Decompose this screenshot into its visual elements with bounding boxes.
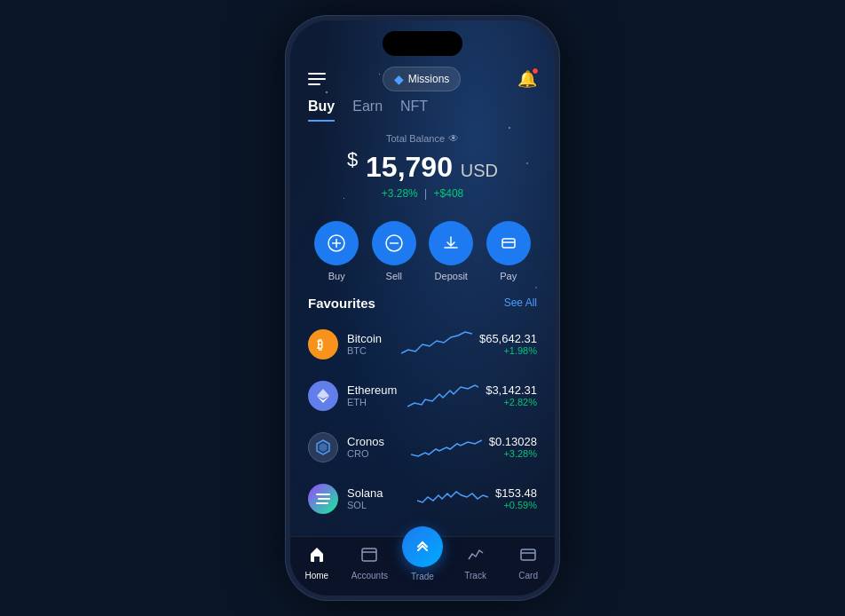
svg-rect-16 [362, 549, 376, 561]
balance-currency: USD [461, 161, 498, 180]
list-item[interactable]: Cronos CRO $0.13028 +3.28% [301, 423, 544, 472]
sell-button[interactable]: Sell [372, 221, 416, 281]
solana-symbol: SOL [347, 500, 410, 510]
pay-button[interactable]: Pay [486, 221, 531, 281]
cronos-price: $0.13028 +3.28% [489, 435, 537, 459]
solana-price-change: +0.59% [495, 500, 537, 510]
solana-chart [417, 483, 488, 515]
nav-track-label: Track [464, 571, 486, 580]
nav-trade-label: Trade [411, 572, 434, 581]
screen-content: ◆ Missions 🔔 Buy Earn NFT Total Balance … [290, 20, 555, 596]
btc-logo: ₿ [308, 329, 338, 359]
nav-trade[interactable]: Trade [400, 544, 445, 581]
home-icon [308, 546, 326, 568]
nav-accounts[interactable]: Accounts [347, 546, 391, 580]
buy-label: Buy [328, 271, 345, 281]
svg-rect-18 [521, 549, 535, 560]
nav-card[interactable]: Card [506, 546, 550, 580]
ethereum-price: $3,142.31 +2.82% [486, 383, 537, 407]
total-balance-label: Total Balance 👁 [308, 132, 537, 145]
dynamic-island [383, 31, 462, 56]
nav-track[interactable]: Track [454, 546, 498, 580]
pay-circle [486, 221, 531, 265]
ethereum-price-change: +2.82% [486, 397, 537, 407]
bitcoin-symbol: BTC [347, 345, 394, 356]
bitcoin-price: $65,642.31 +1.98% [479, 332, 537, 356]
cronos-chart [411, 431, 482, 463]
bitcoin-price-change: +1.98% [479, 345, 537, 356]
nav-home[interactable]: Home [295, 546, 339, 580]
notification-button[interactable]: 🔔 [517, 69, 537, 89]
tabs: Buy Earn NFT [290, 99, 555, 122]
svg-marker-11 [320, 443, 328, 452]
ethereum-info: Ethereum ETH [347, 383, 400, 407]
missions-button[interactable]: ◆ Missions [383, 67, 462, 91]
balance-change-pct: +3.28% [382, 187, 418, 200]
list-item[interactable]: Solana SOL $153.48 +0.59% [301, 474, 544, 524]
ethereum-symbol: ETH [347, 397, 400, 407]
balance-change: +3.28% | +$408 [308, 187, 537, 200]
sell-label: Sell [386, 271, 402, 281]
cro-logo [308, 432, 338, 462]
list-item[interactable]: ₿ Bitcoin BTC $65,642.31 +1.98% [301, 320, 544, 369]
track-icon [467, 546, 485, 568]
menu-button[interactable] [308, 73, 326, 85]
bottom-nav: Home Accounts [290, 536, 555, 596]
deposit-label: Deposit [435, 271, 468, 281]
solana-price-value: $153.48 [495, 486, 537, 500]
tab-nft[interactable]: NFT [400, 99, 428, 122]
balance-value: 15,790 [366, 151, 453, 183]
ethereum-name: Ethereum [347, 383, 400, 397]
tab-buy[interactable]: Buy [308, 99, 335, 122]
eye-icon: 👁 [448, 132, 459, 145]
cronos-price-change: +3.28% [489, 448, 537, 459]
bitcoin-chart [401, 328, 472, 360]
cronos-symbol: CRO [347, 448, 404, 459]
bitcoin-name: Bitcoin [347, 332, 394, 345]
bitcoin-price-value: $65,642.31 [479, 332, 537, 345]
cronos-name: Cronos [347, 435, 404, 448]
phone-screen: ◆ Missions 🔔 Buy Earn NFT Total Balance … [290, 20, 555, 596]
deposit-circle [429, 221, 473, 265]
cronos-price-value: $0.13028 [489, 435, 537, 448]
solana-info: Solana SOL [347, 486, 410, 510]
action-buttons: Buy Sell [290, 214, 555, 296]
dollar-sign: $ [347, 148, 358, 170]
svg-text:₿: ₿ [317, 337, 323, 351]
nav-card-label: Card [518, 571, 538, 580]
ethereum-price-value: $3,142.31 [486, 383, 537, 397]
separator: | [424, 187, 427, 200]
see-all-button[interactable]: See All [504, 296, 537, 309]
svg-rect-5 [502, 239, 515, 248]
diamond-icon: ◆ [394, 72, 404, 86]
missions-label: Missions [408, 73, 450, 85]
favourites-header: Favourites See All [290, 296, 555, 320]
card-icon [519, 546, 537, 568]
solana-name: Solana [347, 486, 410, 500]
bitcoin-info: Bitcoin BTC [347, 332, 394, 356]
favourites-title: Favourites [308, 296, 375, 311]
tab-earn[interactable]: Earn [352, 99, 383, 122]
svg-marker-8 [317, 389, 329, 399]
balance-amount: $ 15,790 USD [308, 148, 537, 184]
balance-section: Total Balance 👁 $ 15,790 USD +3.28% | +$… [290, 132, 555, 214]
list-item[interactable]: Ethereum ETH $3,142.31 +2.82% [301, 371, 544, 421]
sol-logo [308, 484, 338, 514]
sell-circle [372, 221, 416, 265]
solana-price: $153.48 +0.59% [495, 486, 537, 510]
trade-button[interactable] [402, 526, 443, 567]
notification-dot [532, 67, 539, 75]
crypto-list: ₿ Bitcoin BTC $65,642.31 +1.98% [290, 320, 555, 536]
nav-home-label: Home [304, 571, 328, 580]
eth-logo [308, 381, 338, 411]
deposit-button[interactable]: Deposit [429, 221, 473, 281]
pay-label: Pay [500, 271, 517, 281]
phone-frame: ◆ Missions 🔔 Buy Earn NFT Total Balance … [285, 15, 560, 601]
buy-circle [314, 221, 359, 265]
balance-change-abs: +$408 [434, 187, 464, 200]
accounts-icon [360, 546, 378, 568]
nav-accounts-label: Accounts [351, 571, 388, 580]
ethereum-chart [407, 380, 478, 412]
buy-button[interactable]: Buy [314, 221, 359, 281]
cronos-info: Cronos CRO [347, 435, 404, 459]
